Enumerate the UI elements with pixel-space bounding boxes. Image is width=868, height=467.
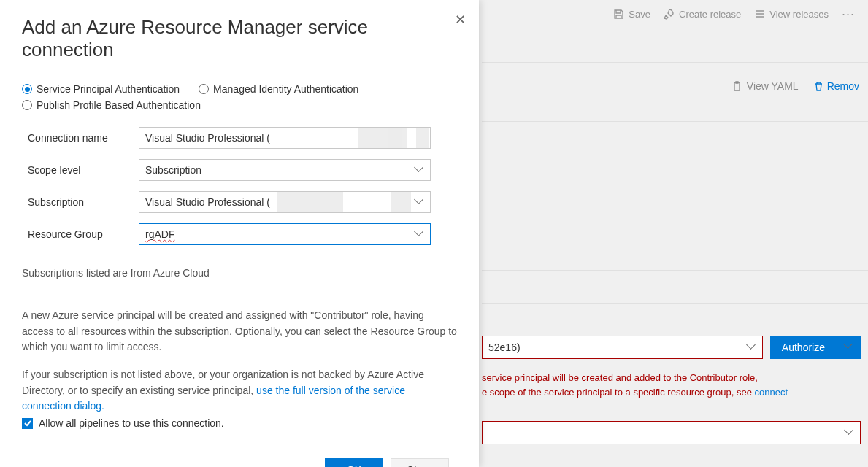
remove-button[interactable]: Remov xyxy=(813,80,859,92)
view-yaml-button[interactable]: View YAML xyxy=(731,80,799,92)
redaction-mask xyxy=(391,192,411,212)
save-icon xyxy=(613,9,624,20)
page-toolbar: Save Create release View releases ··· xyxy=(613,7,855,20)
check-icon xyxy=(24,420,31,427)
resource-group-row: Resource Group rgADF xyxy=(22,223,457,245)
radio-pp-label: Publish Profile Based Authentication xyxy=(37,99,201,111)
service-connection-dialog: ✕ Add an Azure Resource Manager service … xyxy=(0,0,479,467)
chevron-down-icon xyxy=(748,343,756,352)
radio-managed-identity[interactable]: Managed Identity Authentication xyxy=(199,83,358,95)
clipboard-icon xyxy=(731,81,742,92)
remove-label: Remov xyxy=(827,80,859,92)
bg-subscription-text: 52e16) xyxy=(488,341,521,353)
save-label: Save xyxy=(629,9,650,20)
list-icon xyxy=(754,9,765,20)
subscription-value: Visual Studio Professional ( xyxy=(145,196,270,208)
bg-subscription-row: 52e16) Authorize xyxy=(482,336,861,359)
save-button[interactable]: Save xyxy=(613,9,650,20)
resource-group-label: Resource Group xyxy=(22,228,139,240)
subscription-row: Subscription Visual Studio Professional … xyxy=(22,191,457,213)
ok-button[interactable]: OK xyxy=(325,458,383,467)
chevron-down-icon xyxy=(415,166,424,174)
allow-all-label: Allow all pipelines to use this connecti… xyxy=(39,417,224,429)
authorize-split-button[interactable]: Authorize xyxy=(770,336,861,359)
rocket-icon xyxy=(664,9,675,20)
resource-group-value: rgADF xyxy=(145,228,174,240)
connection-name-label: Connection name xyxy=(22,132,139,144)
bg-warning-line2: e scope of the service principal to a sp… xyxy=(482,387,755,398)
authorize-label: Authorize xyxy=(770,336,837,359)
more-button[interactable]: ··· xyxy=(842,7,855,20)
create-release-label: Create release xyxy=(679,9,741,20)
description-2: If your subscription is not listed above… xyxy=(22,367,457,414)
bg-subscription-select[interactable]: 52e16) xyxy=(482,336,763,359)
radio-sp-label: Service Principal Authentication xyxy=(37,83,180,95)
subscription-label: Subscription xyxy=(22,196,139,208)
bg-warning-link[interactable]: connect xyxy=(755,387,788,398)
subscriptions-note: Subscriptions listed are from Azure Clou… xyxy=(22,267,457,279)
bg-warning-text: service principal will be created and ad… xyxy=(482,371,824,399)
divider xyxy=(482,62,868,63)
scope-level-value: Subscription xyxy=(145,164,201,176)
scope-level-row: Scope level Subscription xyxy=(22,159,457,181)
dialog-title: Add an Azure Resource Manager service co… xyxy=(22,16,457,61)
redaction-mask xyxy=(277,192,343,212)
auth-mode-radio-group: Service Principal Authentication Managed… xyxy=(22,83,457,111)
scope-level-label: Scope level xyxy=(22,164,139,176)
radio-publish-profile[interactable]: Publish Profile Based Authentication xyxy=(22,99,201,111)
create-release-button[interactable]: Create release xyxy=(664,9,741,20)
bg-warning-line1: service principal will be created and ad… xyxy=(482,372,758,383)
trash-icon xyxy=(813,81,824,92)
radio-circle-icon xyxy=(199,84,209,94)
chevron-down-icon xyxy=(845,428,854,437)
close-icon[interactable]: ✕ xyxy=(455,12,466,28)
view-yaml-label: View YAML xyxy=(747,80,799,92)
radio-mi-label: Managed Identity Authentication xyxy=(213,83,358,95)
chevron-down-icon xyxy=(415,230,424,239)
dialog-button-row: OK Close xyxy=(325,458,457,467)
chevron-down-icon xyxy=(415,198,424,207)
redaction-mask xyxy=(416,128,429,148)
divider xyxy=(482,303,868,304)
authorize-caret[interactable] xyxy=(837,341,861,353)
view-releases-label: View releases xyxy=(769,9,829,20)
view-releases-button[interactable]: View releases xyxy=(754,9,829,20)
radio-circle-icon xyxy=(22,100,32,110)
close-button[interactable]: Close xyxy=(391,458,449,467)
radio-dot-icon xyxy=(22,84,32,94)
resource-group-select[interactable]: rgADF xyxy=(139,223,431,245)
divider xyxy=(482,121,868,122)
redaction-mask xyxy=(388,128,407,148)
bg-error-select[interactable] xyxy=(482,421,861,444)
divider xyxy=(482,270,868,271)
scope-level-select[interactable]: Subscription xyxy=(139,159,431,181)
allow-all-row: Allow all pipelines to use this connecti… xyxy=(22,417,457,429)
radio-service-principal[interactable]: Service Principal Authentication xyxy=(22,83,180,95)
tab-actions: View YAML Remov xyxy=(731,80,859,92)
connection-name-row: Connection name xyxy=(22,127,457,149)
description-1: A new Azure service principal will be cr… xyxy=(22,308,457,355)
allow-all-checkbox[interactable] xyxy=(22,418,33,429)
